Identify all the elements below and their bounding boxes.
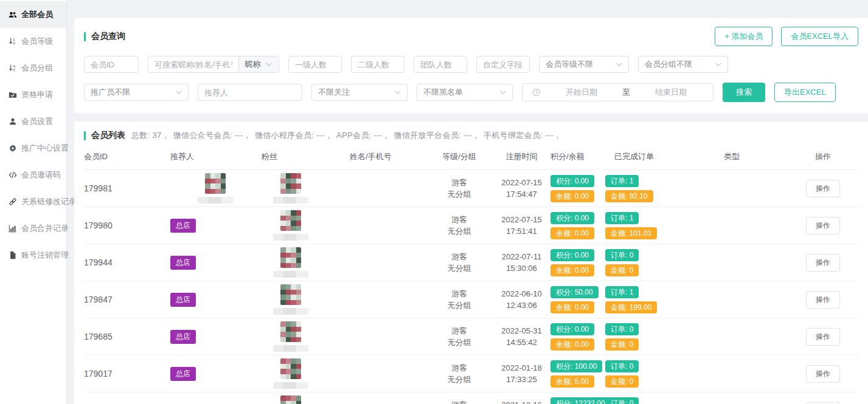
fans-cell xyxy=(262,284,350,315)
referrer-store-badge: 总店 xyxy=(170,293,196,307)
row-action-button[interactable]: 操作 xyxy=(806,365,840,383)
sidebar-item-bar-chart[interactable]: 会员合并记录 xyxy=(0,215,66,242)
member-group-select[interactable]: 会员分组不限 xyxy=(638,56,728,73)
action-cell: 操作 xyxy=(788,402,858,404)
row-action-button[interactable]: 操作 xyxy=(806,217,840,235)
row-action-button[interactable]: 操作 xyxy=(806,180,840,197)
blurred-nickname xyxy=(273,197,308,204)
member-id-input[interactable] xyxy=(84,56,139,73)
fans-cell xyxy=(262,358,350,389)
sidebar-item-file[interactable]: 账号注销管理 xyxy=(0,242,66,269)
member-level: 游客 xyxy=(426,214,493,225)
member-row: 179981游客无分组2022-07-1517:54:47积分: 0.00余额:… xyxy=(84,170,858,207)
amount-badge: 金额: 92.10 xyxy=(605,190,653,202)
users-icon xyxy=(8,10,17,19)
export-excel-button[interactable]: 导出EXCEL xyxy=(774,83,836,102)
orders-badge: 订单: 1 xyxy=(605,212,639,224)
row-action-button[interactable]: 操作 xyxy=(806,254,840,272)
sidebar-item-gear[interactable]: 推广中心设置 xyxy=(0,135,66,162)
follow-select[interactable]: 不限关注 xyxy=(311,84,408,101)
blurred-user xyxy=(271,284,310,315)
column-header: 会员ID xyxy=(84,151,170,162)
folder-check-icon xyxy=(8,91,17,100)
title-accent-bar xyxy=(84,131,86,140)
sidebar-item-sort-alpha[interactable]: AZ会员分组 xyxy=(0,55,66,81)
code-icon xyxy=(8,171,17,180)
keyword-type-value: 昵称 xyxy=(245,59,261,70)
add-member-button[interactable]: + 添加会员 xyxy=(715,27,773,46)
member-level-select[interactable]: 会员等级不限 xyxy=(539,56,629,73)
referrer-input[interactable] xyxy=(198,84,302,101)
blacklist-select[interactable]: 不限黑名单 xyxy=(417,84,513,101)
svg-text:Z: Z xyxy=(13,68,15,72)
sidebar-item-sort-numeric[interactable]: 19会员等级 xyxy=(0,28,66,55)
pixelated-avatar xyxy=(280,173,301,194)
sidebar-item-users[interactable]: 全部会员 xyxy=(0,1,66,28)
referrer-cell: 总店 xyxy=(170,330,262,344)
balance-badge: 余额: 5.00 xyxy=(550,375,594,388)
custom-field-input[interactable] xyxy=(476,56,530,73)
list-stats: 总数: 37，微信公众号会员: ---，微信小程序会员: ---，APP会员: … xyxy=(131,130,565,141)
referrer-store-badge: 总店 xyxy=(170,330,196,344)
level2-count-input[interactable] xyxy=(351,56,404,73)
blurred-user xyxy=(196,173,235,204)
query-title: 会员查询 xyxy=(84,31,125,42)
search-button[interactable]: 搜索 xyxy=(723,83,765,102)
member-row: 179017总店游客无分组2022-01-1817:33:25积分: 100.0… xyxy=(84,355,858,392)
member-row: 179685总店游客无分组2022-05-3114:55:42积分: 0.00余… xyxy=(84,318,858,355)
register-time: 17:33:25 xyxy=(493,374,550,385)
sidebar-item-code[interactable]: 会员邀请码 xyxy=(0,162,66,188)
sidebar-item-folder-check[interactable]: 资格申请 xyxy=(0,81,66,108)
amount-badge: 金额: 101.01 xyxy=(605,227,657,239)
list-header: 会员列表 总数: 37，微信公众号会员: ---，微信小程序会员: ---，AP… xyxy=(84,130,858,141)
team-count-input[interactable] xyxy=(414,56,467,73)
promoter-select[interactable]: 推广员不限 xyxy=(84,84,189,101)
fans-cell xyxy=(262,210,350,241)
referrer-store-badge: 总店 xyxy=(170,219,196,233)
list-title-text: 会员列表 xyxy=(91,130,125,141)
keyword-type-select[interactable]: 昵称 xyxy=(238,56,279,72)
file-icon xyxy=(8,251,17,260)
filter-row-1: 昵称 会员等级不限 会员分组不限 xyxy=(84,56,858,73)
register-date: 2021-12-16 xyxy=(493,399,550,404)
excel-import-button[interactable]: 会员EXCEL导入 xyxy=(781,27,858,46)
action-cell: 操作 xyxy=(788,328,858,346)
sidebar-item-link[interactable]: 关系链修改记录 xyxy=(0,188,66,215)
row-action-button[interactable]: 操作 xyxy=(806,402,840,404)
register-time-cell: 2022-07-1517:54:47 xyxy=(493,177,550,200)
member-id: 179944 xyxy=(84,258,170,267)
link-icon xyxy=(8,197,17,207)
register-date-range-picker[interactable]: 开始日期 至 结束日期 xyxy=(522,83,713,101)
register-time-cell: 2022-07-1115:30:06 xyxy=(493,251,550,274)
member-id: 179685 xyxy=(84,332,170,341)
amount-badge: 金额: 0 xyxy=(605,375,639,388)
svg-text:A: A xyxy=(13,64,15,68)
pixelated-avatar xyxy=(280,284,301,305)
row-action-button[interactable]: 操作 xyxy=(806,291,840,309)
query-header-actions: + 添加会员 会员EXCEL导入 xyxy=(715,27,858,46)
pixelated-avatar xyxy=(280,358,301,379)
level1-count-input[interactable] xyxy=(288,56,342,73)
keyword-input[interactable] xyxy=(148,56,238,72)
blurred-nickname xyxy=(273,345,308,352)
stat-item: 微信公众号会员: ---， xyxy=(173,131,251,140)
blurred-user xyxy=(271,210,310,241)
orders-cell: 订单: 1金额: 101.01 xyxy=(605,212,715,239)
sidebar: 全部会员19会员等级AZ会员分组资格申请会员设置推广中心设置会员邀请码关系链修改… xyxy=(0,0,67,404)
amount-badge: 金额: 0 xyxy=(605,264,639,276)
member-id: 179981 xyxy=(84,183,170,193)
stat-item: 微信小程序会员: ---， xyxy=(255,131,333,140)
balance-badge: 余额: 0.00 xyxy=(550,227,594,239)
gear-icon xyxy=(8,144,17,153)
row-action-button[interactable]: 操作 xyxy=(806,328,840,346)
register-date: 2022-07-11 xyxy=(493,251,550,262)
sidebar-item-label: 全部会员 xyxy=(21,9,53,20)
points-balance-cell: 积分: 0.00余额: 0.00 xyxy=(550,175,605,202)
action-cell: 操作 xyxy=(788,180,858,197)
sidebar-item-user[interactable]: 会员设置 xyxy=(0,108,66,135)
pixelated-avatar xyxy=(205,173,226,194)
action-cell: 操作 xyxy=(788,365,858,383)
orders-cell: 订单: 0金额: 0 xyxy=(605,397,715,404)
pixelated-avatar xyxy=(280,395,301,404)
points-balance-cell: 积分: 0.00余额: 0.00 xyxy=(550,323,605,351)
